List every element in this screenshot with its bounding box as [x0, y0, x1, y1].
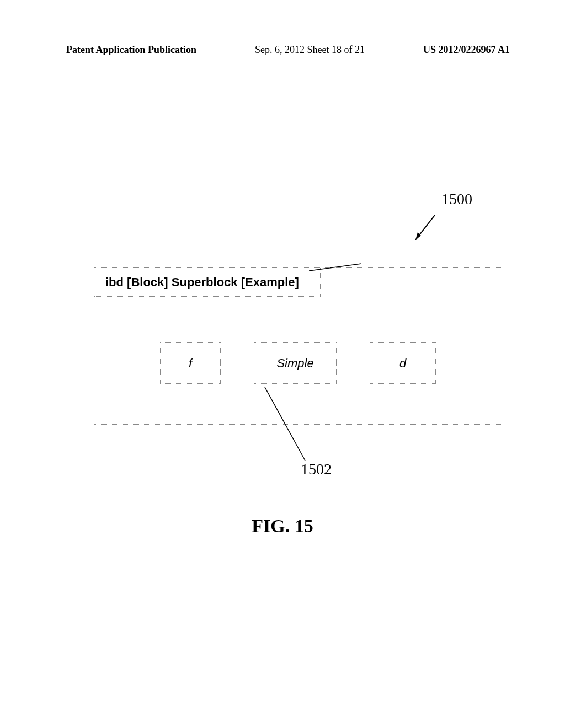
reference-numeral-1500: 1500: [441, 190, 472, 208]
page-header: Patent Application Publication Sep. 6, 2…: [66, 44, 510, 56]
block-f-label: f: [189, 356, 192, 371]
block-simple: Simple: [254, 342, 337, 384]
blocks-row: f Simple d: [94, 342, 502, 384]
arrow-icon: [410, 212, 438, 245]
connector-right: [337, 363, 370, 363]
header-patent-number: US 2012/0226967 A1: [423, 44, 510, 56]
connector-left: [221, 363, 254, 363]
diagram-title: ibd [Block] Superblock [Example]: [94, 268, 321, 297]
diagram-title-text: ibd [Block] Superblock [Example]: [105, 275, 299, 290]
leader-line-1502: [264, 386, 319, 463]
block-f: f: [160, 342, 221, 384]
header-date-sheet: Sep. 6, 2012 Sheet 18 of 21: [255, 44, 365, 56]
reference-numeral-1502: 1502: [301, 461, 332, 478]
block-simple-label: Simple: [276, 356, 313, 371]
block-d: d: [370, 342, 436, 384]
figure-caption: FIG. 15: [0, 516, 565, 537]
header-publication: Patent Application Publication: [66, 44, 196, 56]
svg-line-3: [265, 387, 305, 461]
block-d-label: d: [399, 356, 406, 371]
